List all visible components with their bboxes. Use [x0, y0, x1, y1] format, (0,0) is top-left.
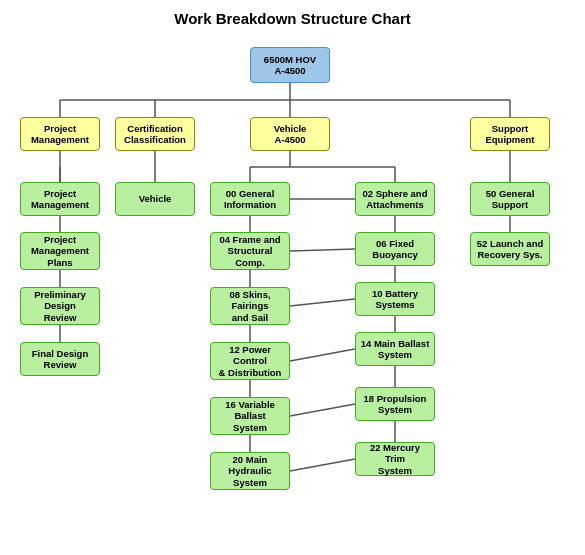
node-v01: 00 General Information: [210, 182, 290, 216]
svg-line-31: [290, 459, 355, 471]
node-v03: 04 Frame and Structural Comp.: [210, 232, 290, 270]
page-title: Work Breakdown Structure Chart: [10, 10, 575, 27]
node-pm4: Final Design Review: [20, 342, 100, 376]
svg-line-30: [290, 404, 355, 416]
node-cert_cat: Certification Classification: [115, 117, 195, 151]
node-v02: 02 Sphere and Attachments: [355, 182, 435, 216]
node-v10: 18 Propulsion System: [355, 387, 435, 421]
node-vehicle_cat: Vehicle A-4500: [250, 117, 330, 151]
node-v05: 08 Skins, Fairings and Sail: [210, 287, 290, 325]
node-pm_cat: Project Management: [20, 117, 100, 151]
node-v11: 20 Main Hydraulic System: [210, 452, 290, 490]
node-pm2: Project Management Plans: [20, 232, 100, 270]
node-s01: 50 General Support: [470, 182, 550, 216]
node-s02: 52 Launch and Recovery Sys.: [470, 232, 550, 266]
node-v07: 12 Power Control & Distribution: [210, 342, 290, 380]
node-cert1: Vehicle: [115, 182, 195, 216]
node-v12: 22 Mercury Trim System: [355, 442, 435, 476]
node-root: 6500M HOV A-4500: [250, 47, 330, 83]
node-pm1: Project Management: [20, 182, 100, 216]
node-v04: 06 Fixed Buoyancy: [355, 232, 435, 266]
wbs-chart: 6500M HOV A-4500Project ManagementCertif…: [10, 37, 575, 547]
svg-line-28: [290, 299, 355, 306]
node-support_cat: Support Equipment: [470, 117, 550, 151]
node-v08: 14 Main Ballast System: [355, 332, 435, 366]
node-pm3: Preliminary Design Review: [20, 287, 100, 325]
node-v09: 16 Variable Ballast System: [210, 397, 290, 435]
node-v06: 10 Battery Systems: [355, 282, 435, 316]
svg-line-27: [290, 249, 355, 251]
svg-line-29: [290, 349, 355, 361]
